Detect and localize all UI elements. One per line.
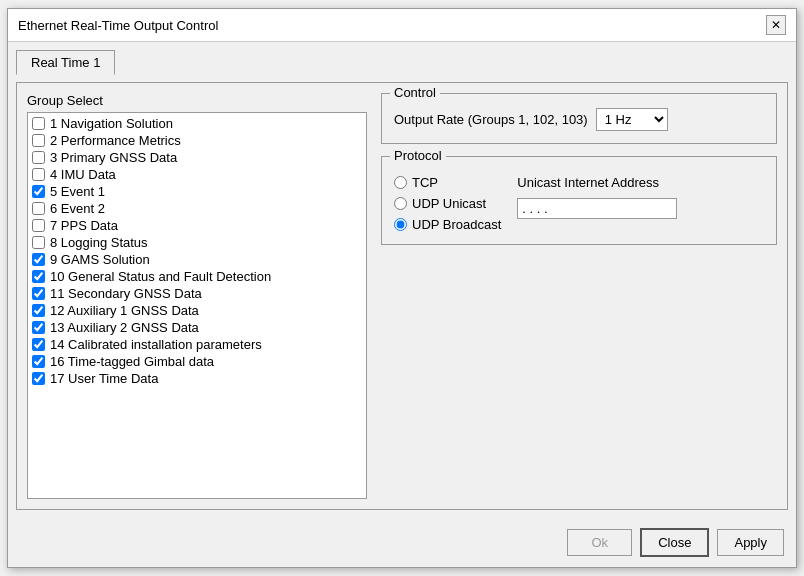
group-item-label: 6 Event 2 xyxy=(50,201,105,216)
group-item: 17 User Time Data xyxy=(28,370,366,387)
window-close-button[interactable]: ✕ xyxy=(766,15,786,35)
group-item-label: 8 Logging Status xyxy=(50,235,148,250)
radio-group: TCPUDP UnicastUDP Broadcast xyxy=(394,175,501,232)
control-fieldset: Control Output Rate (Groups 1, 102, 103)… xyxy=(381,93,777,144)
tab-realtime1[interactable]: Real Time 1 xyxy=(16,50,115,75)
group-item-label: 14 Calibrated installation parameters xyxy=(50,337,262,352)
group-item: 8 Logging Status xyxy=(28,234,366,251)
control-legend: Control xyxy=(390,85,440,100)
group-item: 10 General Status and Fault Detection xyxy=(28,268,366,285)
output-rate-label: Output Rate (Groups 1, 102, 103) xyxy=(394,112,588,127)
group-item-label: 10 General Status and Fault Detection xyxy=(50,269,271,284)
group-item: 1 Navigation Solution xyxy=(28,115,366,132)
unicast-input[interactable] xyxy=(517,198,677,219)
group-checkbox-17[interactable] xyxy=(32,372,45,385)
radio-input-tcp[interactable] xyxy=(394,176,407,189)
radio-input-udp_uni[interactable] xyxy=(394,197,407,210)
radio-udp_broad[interactable]: UDP Broadcast xyxy=(394,217,501,232)
radio-label: UDP Unicast xyxy=(412,196,486,211)
group-checkbox-5[interactable] xyxy=(32,185,45,198)
group-item-label: 11 Secondary GNSS Data xyxy=(50,286,202,301)
group-checkbox-13[interactable] xyxy=(32,321,45,334)
group-checkbox-9[interactable] xyxy=(32,253,45,266)
group-item: 7 PPS Data xyxy=(28,217,366,234)
radio-label: UDP Broadcast xyxy=(412,217,501,232)
group-checkbox-1[interactable] xyxy=(32,117,45,130)
protocol-fieldset: Protocol TCPUDP UnicastUDP Broadcast Uni… xyxy=(381,156,777,245)
ok-button[interactable]: Ok xyxy=(567,529,632,556)
group-item-label: 17 User Time Data xyxy=(50,371,158,386)
group-item-label: 7 PPS Data xyxy=(50,218,118,233)
group-checkbox-12[interactable] xyxy=(32,304,45,317)
group-item: 6 Event 2 xyxy=(28,200,366,217)
group-list-container[interactable]: 1 Navigation Solution2 Performance Metri… xyxy=(27,112,367,499)
radio-tcp[interactable]: TCP xyxy=(394,175,501,190)
group-item: 9 GAMS Solution xyxy=(28,251,366,268)
title-bar: Ethernet Real-Time Output Control ✕ xyxy=(8,9,796,42)
group-item-label: 9 GAMS Solution xyxy=(50,252,150,267)
group-checkbox-6[interactable] xyxy=(32,202,45,215)
radio-input-udp_broad[interactable] xyxy=(394,218,407,231)
group-checkbox-11[interactable] xyxy=(32,287,45,300)
group-checkbox-3[interactable] xyxy=(32,151,45,164)
group-item-label: 3 Primary GNSS Data xyxy=(50,150,177,165)
group-select-label: Group Select xyxy=(27,93,367,108)
protocol-legend: Protocol xyxy=(390,148,446,163)
rate-select[interactable]: 1 Hz2 Hz5 Hz10 Hz25 Hz50 Hz100 Hz xyxy=(596,108,668,131)
group-item: 11 Secondary GNSS Data xyxy=(28,285,366,302)
apply-button[interactable]: Apply xyxy=(717,529,784,556)
group-item: 16 Time-tagged Gimbal data xyxy=(28,353,366,370)
group-select-panel: Group Select 1 Navigation Solution2 Perf… xyxy=(27,93,367,499)
group-checkbox-16[interactable] xyxy=(32,355,45,368)
dialog-window: Ethernet Real-Time Output Control ✕ Real… xyxy=(7,8,797,568)
group-checkbox-4[interactable] xyxy=(32,168,45,181)
group-list: 1 Navigation Solution2 Performance Metri… xyxy=(28,113,366,389)
group-checkbox-7[interactable] xyxy=(32,219,45,232)
right-panel: Control Output Rate (Groups 1, 102, 103)… xyxy=(381,93,777,499)
protocol-content: TCPUDP UnicastUDP Broadcast Unicast Inte… xyxy=(394,175,764,232)
group-item-label: 16 Time-tagged Gimbal data xyxy=(50,354,214,369)
unicast-section: Unicast Internet Address xyxy=(517,175,677,232)
group-item: 13 Auxiliary 2 GNSS Data xyxy=(28,319,366,336)
dialog-body: Real Time 1 Group Select 1 Navigation So… xyxy=(8,42,796,518)
content-area: Group Select 1 Navigation Solution2 Perf… xyxy=(16,82,788,510)
group-item: 12 Auxiliary 1 GNSS Data xyxy=(28,302,366,319)
group-item: 5 Event 1 xyxy=(28,183,366,200)
group-item: 3 Primary GNSS Data xyxy=(28,149,366,166)
unicast-label: Unicast Internet Address xyxy=(517,175,677,190)
group-checkbox-10[interactable] xyxy=(32,270,45,283)
group-checkbox-8[interactable] xyxy=(32,236,45,249)
group-item-label: 13 Auxiliary 2 GNSS Data xyxy=(50,320,199,335)
group-item-label: 5 Event 1 xyxy=(50,184,105,199)
radio-udp_uni[interactable]: UDP Unicast xyxy=(394,196,501,211)
tab-bar: Real Time 1 xyxy=(16,50,788,74)
radio-label: TCP xyxy=(412,175,438,190)
window-title: Ethernet Real-Time Output Control xyxy=(18,18,218,33)
group-item-label: 4 IMU Data xyxy=(50,167,116,182)
group-checkbox-14[interactable] xyxy=(32,338,45,351)
group-item-label: 1 Navigation Solution xyxy=(50,116,173,131)
button-bar: Ok Close Apply xyxy=(8,518,796,567)
group-item: 4 IMU Data xyxy=(28,166,366,183)
group-item-label: 12 Auxiliary 1 GNSS Data xyxy=(50,303,199,318)
group-item: 14 Calibrated installation parameters xyxy=(28,336,366,353)
control-row: Output Rate (Groups 1, 102, 103) 1 Hz2 H… xyxy=(394,108,764,131)
close-button[interactable]: Close xyxy=(640,528,709,557)
group-checkbox-2[interactable] xyxy=(32,134,45,147)
group-item: 2 Performance Metrics xyxy=(28,132,366,149)
group-item-label: 2 Performance Metrics xyxy=(50,133,181,148)
